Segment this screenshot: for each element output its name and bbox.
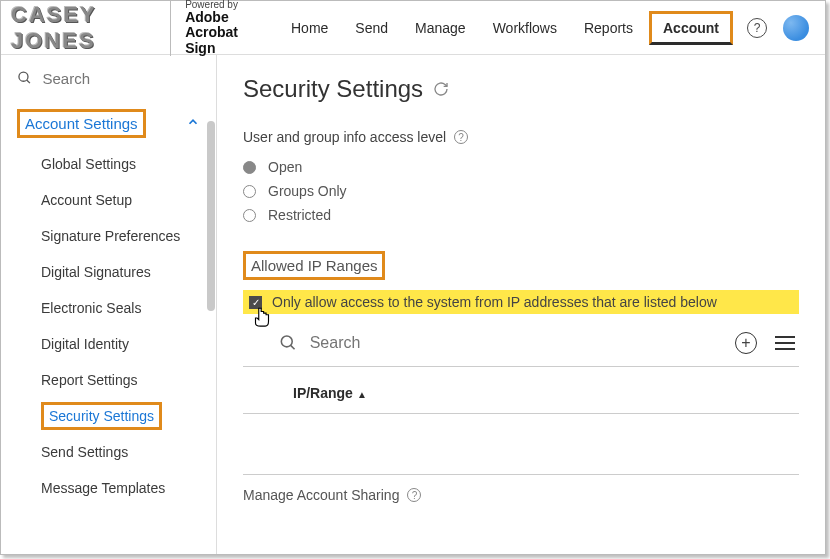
manage-account-sharing-heading: Manage Account Sharing ?	[243, 474, 799, 503]
manage-sharing-text: Manage Account Sharing	[243, 487, 399, 503]
sidebar-item-digital-identity[interactable]: Digital Identity	[1, 326, 216, 362]
help-tooltip-icon[interactable]: ?	[454, 130, 468, 144]
top-header: CASEY JONES Powered by Adobe Acrobat Sig…	[1, 1, 825, 55]
radio-groups-only[interactable]: Groups Only	[243, 183, 799, 199]
casey-jones-logo: CASEY JONES	[11, 2, 156, 54]
access-level-radio-group: Open Groups Only Restricted	[243, 159, 799, 223]
sidebar-item-label: Digital Identity	[41, 336, 129, 352]
add-ip-button[interactable]: +	[735, 332, 757, 354]
acrobat-sign-label: Acrobat Sign	[185, 25, 266, 56]
sidebar-item-global-settings[interactable]: Global Settings	[1, 146, 216, 182]
sidebar-item-message-templates[interactable]: Message Templates	[1, 470, 216, 506]
ip-checkbox-label: Only allow access to the system from IP …	[272, 294, 717, 310]
sidebar-item-label: Report Settings	[41, 372, 138, 388]
top-nav: Home Send Manage Workflows Reports Accou…	[280, 11, 733, 45]
nav-home[interactable]: Home	[280, 14, 339, 42]
nav-account[interactable]: Account	[649, 11, 733, 45]
main-content: Security Settings User and group info ac…	[217, 55, 825, 554]
ip-search-input[interactable]	[310, 334, 735, 352]
menu-icon[interactable]	[775, 336, 795, 350]
radio-label: Restricted	[268, 207, 331, 223]
access-level-label: User and group info access level ?	[243, 129, 799, 145]
nav-reports[interactable]: Reports	[573, 14, 644, 42]
svg-point-2	[281, 336, 292, 347]
checkbox-icon: ✓	[249, 296, 262, 309]
sidebar-search[interactable]	[1, 55, 216, 101]
sidebar-scrollbar[interactable]	[207, 121, 215, 311]
svg-line-1	[27, 80, 30, 83]
svg-point-0	[19, 72, 28, 81]
radio-open[interactable]: Open	[243, 159, 799, 175]
chevron-up-icon	[186, 115, 200, 132]
sidebar-section-label: Account Settings	[17, 109, 146, 138]
powered-by-block: Powered by Adobe Acrobat Sign	[170, 0, 266, 56]
refresh-icon[interactable]	[433, 81, 449, 97]
search-icon	[17, 69, 33, 87]
sidebar-search-input[interactable]	[43, 70, 201, 87]
sidebar-item-label: Electronic Seals	[41, 300, 141, 316]
help-icon[interactable]: ?	[747, 18, 767, 38]
ip-search-bar: +	[243, 326, 799, 367]
column-ip-range: IP/Range	[293, 385, 353, 401]
sidebar-item-send-settings[interactable]: Send Settings	[1, 434, 216, 470]
radio-label: Open	[268, 159, 302, 175]
ip-allow-checkbox-row[interactable]: ✓ Only allow access to the system from I…	[243, 290, 799, 314]
sort-asc-icon: ▲	[357, 389, 367, 400]
sidebar-item-electronic-seals[interactable]: Electronic Seals	[1, 290, 216, 326]
page-title: Security Settings	[243, 75, 799, 103]
adobe-label: Adobe	[185, 10, 266, 25]
radio-icon	[243, 161, 256, 174]
help-tooltip-icon[interactable]: ?	[407, 488, 421, 502]
brand-logo: CASEY JONES	[11, 2, 156, 54]
nav-manage[interactable]: Manage	[404, 14, 477, 42]
sidebar-item-label: Global Settings	[41, 156, 136, 172]
sidebar-item-label: Digital Signatures	[41, 264, 151, 280]
sidebar-section-account-settings[interactable]: Account Settings	[1, 103, 216, 144]
sidebar-item-report-settings[interactable]: Report Settings	[1, 362, 216, 398]
avatar[interactable]	[783, 15, 809, 41]
sidebar-item-label: Account Setup	[41, 192, 132, 208]
radio-restricted[interactable]: Restricted	[243, 207, 799, 223]
radio-icon	[243, 185, 256, 198]
nav-workflows[interactable]: Workflows	[482, 14, 568, 42]
ip-table-header[interactable]: IP/Range▲	[243, 373, 799, 414]
radio-label: Groups Only	[268, 183, 347, 199]
sidebar-item-security-settings[interactable]: Security Settings	[1, 398, 216, 434]
sidebar-item-label: Signature Preferences	[41, 228, 180, 244]
radio-icon	[243, 209, 256, 222]
access-level-text: User and group info access level	[243, 129, 446, 145]
sidebar-item-label: Message Templates	[41, 480, 165, 496]
sidebar-item-label: Send Settings	[41, 444, 128, 460]
sidebar-item-account-setup[interactable]: Account Setup	[1, 182, 216, 218]
nav-send[interactable]: Send	[344, 14, 399, 42]
page-title-text: Security Settings	[243, 75, 423, 103]
svg-line-3	[291, 345, 295, 349]
sidebar-item-label: Security Settings	[41, 402, 162, 430]
sidebar-item-signature-preferences[interactable]: Signature Preferences	[1, 218, 216, 254]
sidebar: Account Settings Global Settings Account…	[1, 55, 217, 554]
sidebar-item-digital-signatures[interactable]: Digital Signatures	[1, 254, 216, 290]
search-icon	[279, 333, 298, 353]
allowed-ip-heading: Allowed IP Ranges	[243, 251, 385, 280]
